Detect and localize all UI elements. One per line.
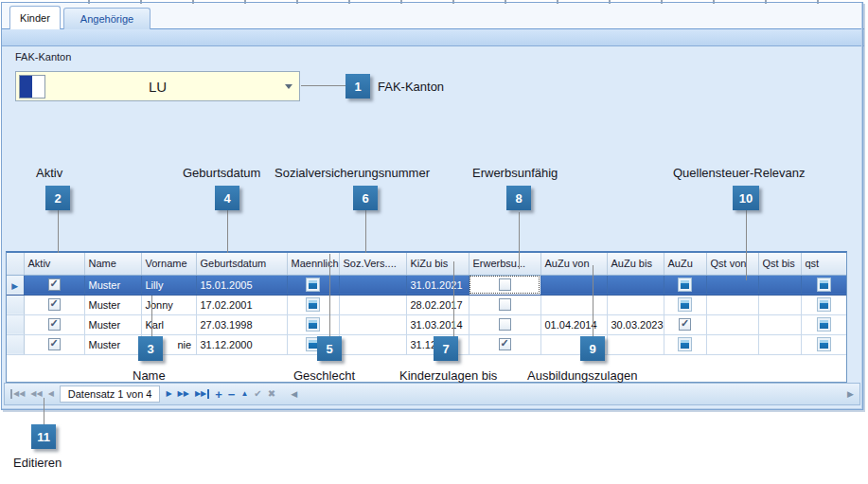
nav-add-button[interactable]: + (215, 388, 222, 401)
cell-vorname[interactable]: Karl (141, 314, 196, 334)
column-header-kizu_bis[interactable]: KiZu bis (406, 253, 469, 275)
column-header-soz_vers[interactable]: Soz.Vers.... (339, 253, 406, 275)
cell-erwerbsu[interactable] (469, 334, 540, 354)
cell-geburtsdatum[interactable]: 17.02.2001 (196, 295, 287, 314)
column-header-qst_bis[interactable]: Qst bis (758, 253, 801, 275)
column-header-geburtsdatum[interactable]: Geburtsdatum (196, 253, 287, 275)
cell-qst_von[interactable] (706, 314, 758, 334)
cell-aktiv[interactable] (24, 275, 84, 295)
nav-next-page-button[interactable]: ▶▶ (178, 389, 189, 399)
column-header-auzu[interactable]: AuZu (664, 253, 706, 275)
tab-kinder[interactable]: Kinder (9, 6, 61, 29)
nav-last-button[interactable]: ▶▶ (195, 389, 209, 399)
cell-auzu[interactable] (664, 314, 706, 334)
checkbox-checked-icon[interactable] (499, 338, 511, 350)
cell-aktiv[interactable] (24, 314, 84, 334)
cell-maennlich[interactable] (287, 295, 339, 314)
checkbox-checked-icon[interactable] (48, 318, 61, 331)
cell-erwerbsu[interactable] (469, 314, 540, 334)
cell-soz_vers[interactable] (339, 275, 406, 295)
grid-row-3[interactable]: MusterKarl27.03.199831.03.201401.04.2014… (7, 314, 846, 334)
cell-auzu_bis[interactable] (607, 275, 664, 295)
nav-cancel-button[interactable]: ✖ (268, 388, 275, 400)
column-header-auzu_bis[interactable]: AuZu bis (607, 253, 664, 275)
checkbox-indeterminate-icon[interactable] (817, 278, 831, 292)
checkbox-indeterminate-icon[interactable] (678, 337, 692, 351)
cell-kizu_bis[interactable]: 28.02.2017 (406, 295, 469, 314)
cell-qst_von[interactable] (706, 334, 758, 354)
cell-erwerbsu[interactable] (469, 295, 540, 314)
cell-vorname[interactable]: Jonny (141, 295, 196, 314)
column-header-erwerbsu[interactable]: Erwerbsu... (469, 253, 540, 275)
cell-name[interactable]: Muster (84, 314, 141, 334)
checkbox-unchecked-icon[interactable] (499, 298, 511, 311)
nav-edit-button[interactable]: ▲ (240, 389, 248, 399)
checkbox-indeterminate-icon[interactable] (306, 317, 320, 332)
cell-geburtsdatum[interactable]: 27.03.1998 (196, 314, 287, 334)
cell-qst_von[interactable] (706, 275, 758, 295)
cell-qst_von[interactable] (706, 295, 758, 314)
cell-soz_vers[interactable] (339, 295, 406, 314)
checkbox-indeterminate-icon[interactable] (817, 337, 831, 351)
cell-qst_bis[interactable] (758, 314, 801, 334)
checkbox-indeterminate-icon[interactable] (306, 278, 320, 292)
checkbox-checked-icon[interactable] (48, 298, 61, 311)
current-row-arrow-icon[interactable]: ▶ (7, 275, 24, 295)
nav-post-button[interactable]: ✔ (254, 388, 261, 400)
column-header-qst[interactable]: qst (801, 253, 846, 275)
row-indicator-cell[interactable] (7, 295, 24, 314)
checkbox-checked-icon[interactable] (679, 318, 691, 331)
cell-name[interactable]: Muster (84, 295, 141, 314)
cell-maennlich[interactable] (287, 314, 339, 334)
column-header-qst_von[interactable]: Qst von (706, 253, 758, 275)
cell-soz_vers[interactable] (339, 334, 406, 354)
checkbox-unchecked-icon[interactable] (499, 278, 511, 291)
fak-kanton-combobox[interactable]: LU (15, 71, 300, 101)
column-header-aktiv[interactable]: Aktiv (24, 253, 84, 275)
grid-row-4[interactable]: Musternie31.12.200031.12.2 (7, 334, 846, 354)
cell-kizu_bis[interactable]: 31.03.2014 (406, 314, 469, 334)
cell-soz_vers[interactable] (339, 314, 406, 334)
cell-kizu_bis[interactable]: 31.01.2021 (406, 275, 469, 295)
cell-auzu_bis[interactable]: 30.03.2023 (607, 314, 664, 334)
nav-prev-button[interactable]: ◀ (48, 389, 54, 399)
cell-vorname[interactable]: Lilly (141, 275, 196, 295)
cell-auzu[interactable] (664, 334, 706, 354)
nav-delete-button[interactable]: − (228, 388, 236, 401)
checkbox-unchecked-icon[interactable] (499, 318, 511, 331)
cell-auzu[interactable] (664, 275, 706, 295)
checkbox-indeterminate-icon[interactable] (817, 297, 831, 312)
cell-qst_bis[interactable] (758, 334, 801, 354)
checkbox-indeterminate-icon[interactable] (678, 297, 692, 312)
checkbox-indeterminate-icon[interactable] (678, 278, 692, 292)
cell-name[interactable]: Muster (84, 334, 141, 354)
cell-qst_bis[interactable] (758, 295, 801, 314)
cell-auzu[interactable] (664, 295, 706, 314)
cell-name[interactable]: Muster (84, 275, 141, 295)
cell-aktiv[interactable] (24, 295, 84, 314)
cell-auzu_von[interactable]: 01.04.2014 (540, 314, 607, 334)
column-header-auzu_von[interactable]: AuZu von (540, 253, 607, 275)
nav-prev-page-button[interactable]: ◀◀ (30, 389, 42, 399)
grid-row-2[interactable]: MusterJonny17.02.200128.02.2017 (7, 295, 846, 314)
checkbox-checked-icon[interactable] (48, 338, 61, 350)
cell-auzu_von[interactable] (540, 275, 607, 295)
cell-geburtsdatum[interactable]: 31.12.2000 (196, 334, 287, 354)
cell-qst[interactable] (801, 334, 846, 354)
nav-first-button[interactable]: ◀◀ (10, 389, 25, 399)
column-header-name[interactable]: Name (84, 253, 141, 275)
column-header-vorname[interactable]: Vorname (141, 253, 196, 275)
chevron-down-icon[interactable] (285, 84, 292, 89)
row-indicator-cell[interactable] (7, 314, 24, 334)
cell-maennlich[interactable] (287, 275, 339, 295)
cell-auzu_bis[interactable] (607, 334, 664, 354)
cell-erwerbsu[interactable] (469, 275, 540, 295)
cell-qst[interactable] (801, 314, 846, 334)
checkbox-indeterminate-icon[interactable] (306, 297, 320, 312)
hscroll-left-arrow-icon[interactable]: ◀ (291, 389, 297, 399)
column-header-maennlich[interactable]: Maennlich (287, 253, 339, 275)
cell-qst[interactable] (801, 275, 846, 295)
tab-angehoerige[interactable]: Angehörige (63, 8, 151, 29)
checkbox-checked-icon[interactable] (48, 278, 61, 291)
grid-row-1[interactable]: ▶MusterLilly15.01.200531.01.2021 (7, 275, 846, 295)
